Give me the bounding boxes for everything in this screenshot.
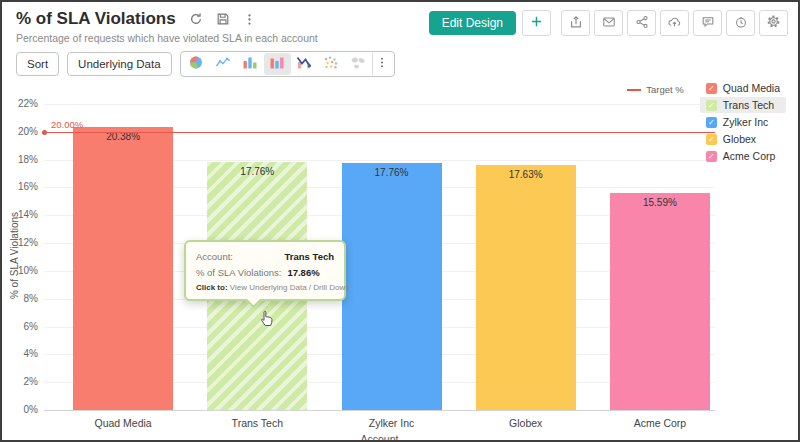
add-button[interactable] (522, 10, 551, 36)
target-line (44, 132, 715, 133)
export-button[interactable] (561, 10, 590, 36)
legend-checkbox[interactable]: ✓ (706, 117, 717, 128)
bar-value-label: 17.63% (476, 169, 576, 180)
y-tick-label: 2% (4, 376, 38, 387)
more-chart-types-icon (376, 56, 388, 72)
x-tick-label: Trans Tech (207, 417, 307, 429)
comment-icon (701, 15, 715, 32)
share-button[interactable] (627, 10, 656, 36)
legend-item-label: Zylker Inc (723, 116, 769, 128)
settings-button[interactable] (759, 10, 788, 36)
y-tick-label: 20% (4, 126, 38, 137)
y-tick-label: 12% (4, 237, 38, 248)
bar-value-label: 17.76% (342, 167, 442, 178)
report-window: % of SLA Violations Percentage of reques… (0, 0, 800, 442)
y-tick-label: 14% (4, 209, 38, 220)
tooltip-account-value: Trans Tech (285, 251, 334, 262)
x-axis-title: Account (44, 433, 715, 442)
column-chart-selected-icon (269, 55, 285, 73)
legend: ✓Quad Media✓Trans Tech✓Zylker Inc✓Globex… (700, 80, 786, 165)
bar-value-label: 15.59% (610, 197, 710, 208)
y-tick-label: 0% (4, 404, 38, 415)
tooltip-account-label: Account: (196, 251, 233, 262)
bar-value-label: 17.76% (207, 166, 307, 177)
y-tick-label: 4% (4, 348, 38, 359)
bar-globex[interactable]: 17.63% (476, 165, 576, 410)
legend-item-quad-media[interactable]: ✓Quad Media (700, 80, 786, 96)
refresh-icon[interactable] (189, 12, 203, 26)
scatter-chart-icon (323, 55, 339, 73)
tooltip-clickto-value: View Underlying Data / Drill Down (230, 283, 350, 292)
target-legend: Target % (627, 84, 684, 95)
cursor-pointer-icon (258, 308, 275, 331)
tooltip-metric-label: % of SLA Violations: (196, 267, 281, 278)
map-chart-icon (350, 55, 366, 73)
bar-acme-corp[interactable]: 15.59% (610, 193, 710, 410)
legend-checkbox[interactable]: ✓ (706, 100, 717, 111)
legend-item-acme-corp[interactable]: ✓Acme Corp (700, 148, 786, 164)
tooltip-metric-value: 17.86% (287, 267, 319, 278)
export-icon (569, 15, 583, 32)
page-title: % of SLA Violations (16, 9, 176, 29)
legend-item-label: Acme Corp (723, 150, 776, 162)
legend-item-trans-tech[interactable]: ✓Trans Tech (700, 97, 786, 113)
plus-icon (530, 15, 543, 31)
y-tick-label: 16% (4, 181, 38, 192)
chart-tooltip: Account: Trans Tech % of SLA Violations:… (184, 240, 346, 301)
legend-checkbox[interactable]: ✓ (706, 83, 717, 94)
report-header: % of SLA Violations Percentage of reques… (2, 2, 798, 44)
bar-chart-icon (242, 55, 258, 73)
x-tick-label: Quad Media (73, 417, 173, 429)
target-line-dot (42, 130, 47, 135)
y-tick-label: 18% (4, 154, 38, 165)
legend-checkbox[interactable]: ✓ (706, 151, 717, 162)
bar-zylker-inc[interactable]: 17.76% (342, 163, 442, 410)
x-tick-label: Globex (476, 417, 576, 429)
report-actions: Edit Design (429, 9, 788, 36)
y-tick-label: 8% (4, 293, 38, 304)
target-line-swatch (627, 89, 641, 91)
legend-item-label: Globex (723, 133, 756, 145)
report-description: Percentage of requests which have violat… (16, 32, 318, 44)
line-chart-icon (215, 55, 231, 73)
email-button[interactable] (594, 10, 623, 36)
target-value-label: 20.00% (51, 119, 83, 130)
gear-icon (766, 14, 781, 32)
legend-item-globex[interactable]: ✓Globex (700, 131, 786, 147)
legend-checkbox[interactable]: ✓ (706, 134, 717, 145)
save-icon[interactable] (216, 12, 230, 26)
alarm-clock-icon (734, 15, 748, 32)
x-tick-label: Acme Corp (610, 417, 710, 429)
title-more-menu-icon[interactable] (243, 13, 256, 26)
bar-chart-plot: % of SLA Violations Account 0%2%4%6%8%10… (44, 104, 715, 410)
share-icon (635, 15, 649, 32)
legend-item-label: Quad Media (723, 82, 780, 94)
legend-item-zylker-inc[interactable]: ✓Zylker Inc (700, 114, 786, 130)
y-tick-label: 6% (4, 321, 38, 332)
y-tick-label: 22% (4, 98, 38, 109)
target-legend-label: Target % (646, 84, 684, 95)
bar-quad-media[interactable]: 20.38% (73, 127, 173, 410)
tooltip-clickto-label: Click to: (196, 283, 228, 292)
y-axis-title: % of SLA Violations (9, 186, 20, 326)
report-header-left: % of SLA Violations Percentage of reques… (16, 9, 318, 44)
chart-region: Target % ✓Quad Media✓Trans Tech✓Zylker I… (2, 72, 798, 440)
gridline (44, 410, 715, 411)
email-icon (602, 15, 616, 32)
legend-item-label: Trans Tech (723, 99, 774, 111)
edit-design-button[interactable]: Edit Design (429, 11, 516, 35)
x-tick-label: Zylker Inc (342, 417, 442, 429)
y-tick-label: 10% (4, 265, 38, 276)
combo-chart-icon (296, 55, 312, 73)
cloud-upload-icon (667, 15, 682, 32)
publish-button[interactable] (660, 10, 689, 36)
comment-button[interactable] (693, 10, 722, 36)
gridline (44, 104, 715, 105)
alert-button[interactable] (726, 10, 755, 36)
pie-chart-icon (188, 55, 204, 73)
